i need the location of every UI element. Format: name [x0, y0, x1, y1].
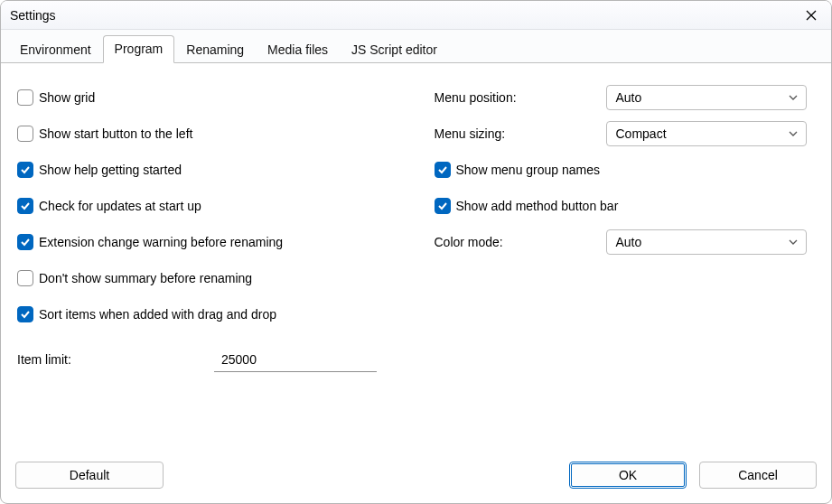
checkbox-show-grid[interactable] — [17, 89, 33, 106]
row-check-updates: Check for updates at start up — [17, 188, 398, 224]
label-show-help: Show help getting started — [39, 163, 182, 177]
content-area: Show grid Show start button to the left … — [1, 63, 831, 451]
select-color-mode-value: Auto — [616, 235, 642, 249]
label-menu-position: Menu position: — [435, 90, 606, 105]
label-menu-sizing: Menu sizing: — [435, 126, 606, 141]
button-bar: Default OK Cancel — [1, 451, 831, 503]
row-ext-warn: Extension change warning before renaming — [17, 224, 398, 260]
button-bar-right: OK Cancel — [569, 462, 817, 489]
tab-renaming[interactable]: Renaming — [174, 36, 256, 63]
row-show-group-names: Show menu group names — [435, 152, 816, 188]
check-icon — [20, 237, 31, 247]
check-icon — [20, 164, 31, 175]
tab-environment[interactable]: Environment — [8, 36, 103, 63]
default-button[interactable]: Default — [15, 462, 164, 489]
tab-strip: Environment Program Renaming Media files… — [1, 30, 831, 63]
checkbox-show-help[interactable] — [17, 162, 33, 178]
label-color-mode: Color mode: — [435, 235, 606, 249]
select-menu-sizing-value: Compact — [616, 126, 667, 141]
label-no-summary: Don't show summary before renaming — [39, 271, 252, 285]
select-color-mode[interactable]: Auto — [606, 229, 807, 255]
checkbox-show-start-left[interactable] — [17, 126, 33, 142]
check-icon — [20, 201, 31, 211]
left-column: Show grid Show start button to the left … — [17, 79, 398, 442]
row-sort-drag: Sort items when added with drag and drop — [17, 296, 398, 332]
checkbox-show-add-method[interactable] — [435, 198, 451, 214]
row-show-add-method: Show add method button bar — [435, 188, 816, 224]
tab-program[interactable]: Program — [103, 35, 175, 63]
label-ext-warn: Extension change warning before renaming — [39, 235, 283, 249]
right-column: Menu position: Auto Menu sizing: Compact… — [435, 79, 816, 442]
label-show-add-method: Show add method button bar — [456, 199, 619, 213]
checkbox-show-group-names[interactable] — [435, 162, 451, 178]
tab-media-files[interactable]: Media files — [256, 36, 340, 63]
row-item-limit: Item limit: — [17, 341, 398, 378]
chevron-down-icon — [788, 128, 799, 139]
check-icon — [20, 309, 31, 320]
label-sort-drag: Sort items when added with drag and drop — [39, 307, 276, 322]
titlebar: Settings — [1, 1, 831, 30]
label-show-grid: Show grid — [39, 90, 95, 105]
row-color-mode: Color mode: Auto — [435, 224, 816, 260]
chevron-down-icon — [788, 237, 799, 247]
cancel-button[interactable]: Cancel — [699, 462, 817, 489]
checkbox-ext-warn[interactable] — [17, 234, 33, 250]
row-menu-sizing: Menu sizing: Compact — [435, 116, 816, 152]
row-menu-position: Menu position: Auto — [435, 79, 816, 116]
label-show-start-left: Show start button to the left — [39, 126, 192, 141]
checkbox-check-updates[interactable] — [17, 198, 33, 214]
label-show-group-names: Show menu group names — [456, 163, 601, 177]
close-button[interactable] — [791, 1, 831, 30]
select-menu-position-value: Auto — [616, 90, 642, 105]
row-no-summary: Don't show summary before renaming — [17, 260, 398, 296]
row-show-start-left: Show start button to the left — [17, 116, 398, 152]
label-check-updates: Check for updates at start up — [39, 199, 201, 213]
input-item-limit[interactable] — [214, 347, 377, 372]
checkbox-sort-drag[interactable] — [17, 306, 33, 322]
settings-window: Settings Environment Program Renaming Me… — [0, 0, 832, 504]
window-title: Settings — [10, 8, 56, 23]
select-menu-position[interactable]: Auto — [606, 85, 807, 110]
row-show-help: Show help getting started — [17, 152, 398, 188]
select-menu-sizing[interactable]: Compact — [606, 121, 807, 146]
chevron-down-icon — [788, 92, 799, 103]
tab-js-script-editor[interactable]: JS Script editor — [340, 36, 449, 63]
check-icon — [437, 201, 448, 211]
checkbox-no-summary[interactable] — [17, 270, 33, 286]
ok-button[interactable]: OK — [569, 462, 687, 489]
label-item-limit: Item limit: — [17, 352, 214, 367]
check-icon — [437, 164, 448, 175]
row-show-grid: Show grid — [17, 79, 398, 116]
close-icon — [806, 10, 817, 21]
